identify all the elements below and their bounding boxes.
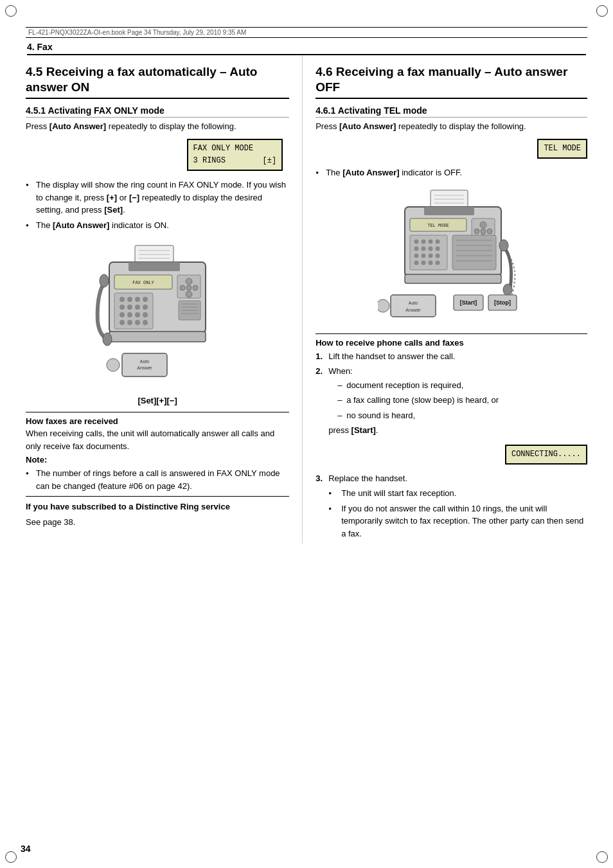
svg-point-60	[428, 239, 432, 244]
step3-bullets: The unit will start fax reception. If yo…	[328, 487, 587, 540]
lcd-display-right: TEL MODE	[537, 139, 587, 159]
corner-mark-bl	[5, 851, 17, 863]
right-subsection-text: 4.6.1 Activating TEL mode	[315, 105, 427, 116]
svg-point-58	[414, 239, 418, 244]
svg-point-15	[120, 297, 125, 302]
svg-point-63	[421, 246, 425, 251]
lcd-display-wrap-right: TEL MODE	[315, 135, 587, 163]
page-number: 34	[21, 844, 31, 854]
svg-point-19	[120, 305, 125, 310]
svg-point-9	[186, 278, 192, 285]
file-header-text: FL-421-PNQX3022ZA-OI-en.book Page 34 Thu…	[28, 29, 246, 36]
right-bullets: The [Auto Answer] indicator is OFF.	[315, 166, 587, 179]
svg-point-59	[421, 239, 425, 244]
how-receive-title: How to receive phone calls and faxes	[315, 338, 463, 348]
svg-point-23	[120, 312, 125, 317]
page: FL-421-PNQX3022ZA-OI-en.book Page 34 Thu…	[0, 0, 613, 868]
right-subsection-title: 4.6.1 Activating TEL mode	[315, 105, 587, 118]
svg-point-25	[135, 312, 140, 317]
svg-point-71	[421, 260, 425, 265]
page-number-text: 34	[21, 844, 31, 854]
svg-point-20	[127, 305, 132, 310]
fax-illustration-right: TEL MODE	[315, 186, 587, 327]
svg-point-54	[481, 229, 486, 234]
svg-point-65	[435, 246, 440, 251]
svg-point-69	[435, 253, 440, 258]
step-1: 1. Lift the handset to answer the call.	[315, 350, 587, 363]
subscribed-notice: If you have subscribed to a Distinctive …	[26, 496, 289, 528]
svg-text:Auto: Auto	[140, 359, 150, 364]
fax-machine-svg-left: FAX ONLY	[90, 244, 225, 392]
svg-point-81	[499, 240, 508, 251]
step-3: 3. Replace the handset. The unit will st…	[315, 472, 587, 540]
svg-point-37	[100, 274, 109, 287]
svg-point-82	[503, 284, 512, 296]
svg-point-53	[474, 229, 479, 234]
svg-point-29	[135, 320, 140, 325]
sub-1: document reception is required,	[337, 379, 587, 392]
lcd-display-wrap-left: FAX ONLY MODE 3 RINGS [±]	[26, 135, 283, 175]
svg-point-40	[107, 359, 120, 371]
note-label: Note:	[26, 455, 289, 465]
svg-point-61	[435, 239, 440, 244]
svg-text:FAX ONLY: FAX ONLY	[132, 280, 154, 285]
connecting-display-wrap: CONNECTING.....	[315, 441, 587, 468]
left-column: 4.5 Receiving a fax automatically – Auto…	[26, 55, 302, 544]
svg-point-52	[480, 222, 486, 228]
file-header: FL-421-PNQX3022ZA-OI-en.book Page 34 Thu…	[26, 27, 587, 38]
auto-answer-ref-left: [Auto Answer]	[49, 121, 106, 131]
main-content: 4.5 Receiving a fax automatically – Auto…	[26, 55, 587, 544]
subscribed-body: See page 38.	[26, 517, 75, 527]
bullet-item-1: The display will show the ring count in …	[26, 179, 289, 217]
svg-point-84	[378, 299, 389, 312]
corner-mark-br	[596, 851, 608, 863]
right-section-title: 4.6 Receiving a fax manually – Auto answ…	[315, 64, 587, 99]
sub-3: no sound is heard,	[337, 409, 587, 422]
svg-point-38	[103, 333, 112, 346]
svg-rect-83	[391, 295, 436, 317]
svg-point-24	[127, 312, 132, 317]
svg-point-64	[428, 246, 432, 251]
svg-point-13	[186, 291, 192, 297]
note-bullet-1: The number of rings before a call is ans…	[26, 467, 289, 492]
fax-machine-svg-right: TEL MODE	[378, 189, 526, 327]
right-column: 4.6 Receiving a fax manually – Auto answ…	[302, 55, 587, 544]
svg-point-72	[428, 260, 432, 265]
svg-point-30	[143, 320, 148, 325]
note-bullets: The number of rings before a call is ans…	[26, 467, 289, 492]
left-title-text: 4.5 Receiving a fax automatically – Auto…	[26, 65, 257, 94]
subscribed-label: If you have subscribed to a Distinctive …	[26, 500, 289, 513]
how-faxes-text: When receiving calls, the unit will auto…	[26, 427, 289, 452]
svg-text:Answer: Answer	[137, 366, 152, 370]
step3-b2: If you do not answer the call within 10 …	[328, 502, 587, 540]
connecting-display: CONNECTING.....	[505, 445, 587, 465]
svg-text:Answer: Answer	[405, 308, 421, 312]
svg-text:[Stop]: [Stop]	[494, 299, 511, 306]
fax-illustration-left: FAX ONLY	[26, 238, 289, 392]
svg-point-17	[135, 297, 140, 302]
svg-point-28	[127, 320, 132, 325]
lcd-line1-left: FAX ONLY MODE	[193, 144, 254, 153]
svg-rect-39	[122, 353, 167, 376]
corner-mark-tl	[5, 5, 17, 17]
sub-2: a fax calling tone (slow beep) is heard,…	[337, 394, 587, 407]
left-section-title: 4.5 Receiving a fax automatically – Auto…	[26, 64, 289, 99]
connecting-text: CONNECTING.....	[511, 450, 581, 459]
svg-point-70	[414, 260, 418, 265]
svg-point-26	[143, 312, 148, 317]
svg-point-62	[414, 246, 418, 251]
auto-answer-ref-right: [Auto Answer]	[339, 121, 396, 131]
svg-text:[Start]: [Start]	[459, 299, 477, 306]
svg-point-16	[127, 297, 132, 302]
how-faxes-label: How faxes are received	[26, 412, 289, 426]
left-intro: Press [Auto Answer] repeatedly to displa…	[26, 120, 289, 133]
step-2-num: 2.	[315, 365, 323, 378]
right-bullet-1: The [Auto Answer] indicator is OFF.	[315, 166, 587, 179]
svg-point-27	[120, 320, 125, 325]
svg-rect-5	[129, 262, 180, 271]
svg-point-10	[180, 285, 185, 290]
how-receive-label: How to receive phone calls and faxes	[315, 333, 587, 348]
how-faxes-title: How faxes are received	[26, 416, 118, 426]
button-label-left: [Set][+][−]	[138, 396, 177, 405]
subscribed-text: See page 38.	[26, 516, 289, 529]
